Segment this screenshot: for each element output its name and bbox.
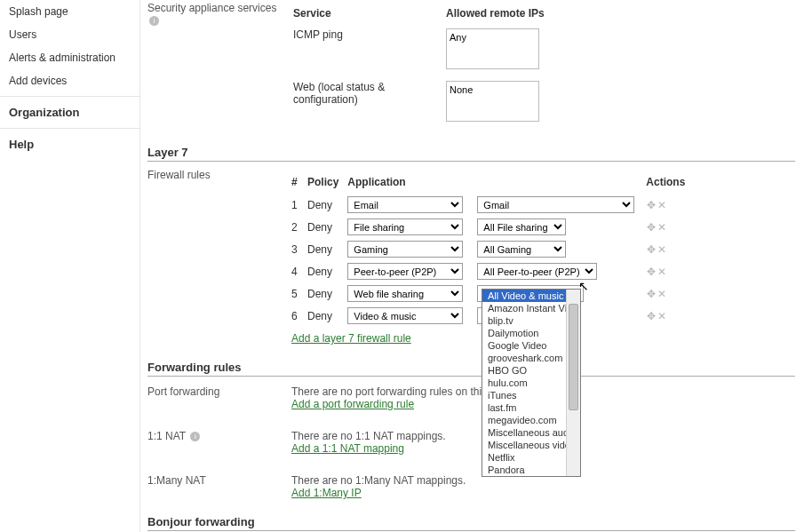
firewall-rules-label: Firewall rules (147, 169, 291, 181)
rule-policy: Deny (307, 218, 347, 236)
col-num: # (291, 172, 307, 192)
firewall-rule-row: 4DenyPeer-to-peer (P2P)All Peer-to-peer … (291, 262, 694, 281)
sidebar-section[interactable]: Help (0, 128, 139, 156)
nat1m-label: 1:Many NAT (147, 474, 291, 487)
application-select[interactable]: Email (347, 196, 463, 213)
add-nat1m-link[interactable]: Add 1:Many IP (291, 487, 362, 499)
col-app: Application (347, 172, 477, 192)
subapplication-select[interactable]: Gmail (477, 196, 634, 213)
delete-icon[interactable]: ✕ (657, 243, 667, 256)
service-row: Web (local status & configuration) (293, 77, 555, 128)
move-icon[interactable]: ✥ (646, 288, 657, 300)
move-icon[interactable]: ✥ (646, 243, 657, 256)
dropdown-option[interactable]: Dailymotion (482, 327, 566, 339)
col-actions: Actions (646, 172, 694, 192)
subapplication-select[interactable]: All Peer-to-peer (P2P) (477, 263, 597, 280)
service-row: ICMP ping (293, 25, 555, 75)
rule-number: 4 (291, 262, 307, 281)
delete-icon[interactable]: ✕ (657, 199, 667, 211)
rule-number: 1 (291, 195, 307, 214)
dropdown-option[interactable]: blip.tv (482, 314, 566, 327)
dropdown-option[interactable]: Miscellaneous audio (482, 426, 566, 439)
sidebar-item[interactable]: Add devices (0, 69, 139, 92)
rule-number: 3 (291, 240, 307, 258)
service-name: Web (local status & configuration) (293, 77, 444, 128)
sidebar-item[interactable]: Splash page (0, 0, 139, 23)
dropdown-option[interactable]: Netflix (482, 451, 566, 464)
allowed-ips-input[interactable] (446, 81, 539, 122)
application-select[interactable]: File sharing (347, 218, 463, 235)
move-icon[interactable]: ✥ (646, 199, 657, 211)
dropdown-option[interactable]: megavideo.com (482, 414, 566, 426)
dropdown-option[interactable]: rdio.com (482, 476, 566, 477)
firewall-rule-row: 1DenyEmailGmail✥✕ (291, 195, 694, 214)
move-icon[interactable]: ✥ (646, 266, 657, 278)
sec-services-label: Security appliance services (147, 2, 276, 14)
subapp-dropdown-open[interactable]: All Video & musicAmazon Instant Videobli… (482, 289, 581, 477)
rule-policy: Deny (307, 262, 347, 281)
rule-policy: Deny (307, 306, 347, 325)
delete-icon[interactable]: ✕ (657, 310, 667, 322)
dropdown-option[interactable]: last.fm (482, 401, 566, 414)
sidebar-item[interactable]: Users (0, 23, 139, 46)
col-service: Service (293, 4, 444, 23)
dropdown-option[interactable]: Google Video (482, 339, 566, 352)
firewall-rule-row: 2DenyFile sharingAll File sharing✥✕ (291, 218, 694, 236)
col-allowed-ips: Allowed remote IPs (446, 4, 555, 23)
firewall-rule-row: 3DenyGamingAll Gaming✥✕ (291, 240, 694, 258)
delete-icon[interactable]: ✕ (657, 221, 667, 234)
dropdown-option[interactable]: HBO GO (482, 364, 566, 377)
info-icon[interactable]: i (190, 432, 200, 441)
col-policy: Policy (307, 172, 347, 192)
application-select[interactable]: Web file sharing (347, 285, 463, 302)
sidebar-section[interactable]: Organization (0, 96, 139, 124)
section-bonjour: Bonjour forwarding (147, 512, 795, 531)
dropdown-option[interactable]: Amazon Instant Video (482, 302, 566, 314)
application-select[interactable]: Gaming (347, 241, 463, 258)
service-name: ICMP ping (293, 25, 444, 75)
rule-number: 6 (291, 306, 307, 325)
subapplication-select[interactable]: All Gaming (477, 241, 566, 258)
scrollbar[interactable] (566, 290, 580, 476)
dropdown-option[interactable]: hulu.com (482, 377, 566, 389)
add-port-fwd-link[interactable]: Add a port forwarding rule (291, 398, 414, 410)
services-table: Service Allowed remote IPs ICMP pingWeb … (291, 2, 557, 130)
nat11-label: 1:1 NAT (147, 430, 186, 442)
dropdown-option[interactable]: Miscellaneous video (482, 439, 566, 451)
rule-number: 2 (291, 218, 307, 236)
delete-icon[interactable]: ✕ (657, 288, 667, 300)
rule-number: 5 (291, 284, 307, 303)
rule-policy: Deny (307, 195, 347, 214)
application-select[interactable]: Peer-to-peer (P2P) (347, 263, 463, 280)
section-layer7: Layer 7 (147, 142, 795, 162)
info-icon[interactable]: i (149, 16, 159, 26)
main-content: Security appliance services i Service Al… (144, 0, 804, 532)
dropdown-option[interactable]: Pandora (482, 464, 566, 476)
rule-policy: Deny (307, 240, 347, 258)
dropdown-option[interactable]: grooveshark.com (482, 352, 566, 364)
sidebar: Splash pageUsersAlerts & administrationA… (0, 0, 140, 532)
sidebar-item[interactable]: Alerts & administration (0, 46, 139, 69)
dropdown-option[interactable]: All Video & music (482, 290, 566, 302)
subapplication-select[interactable]: All File sharing (477, 218, 566, 235)
move-icon[interactable]: ✥ (646, 221, 657, 234)
delete-icon[interactable]: ✕ (657, 266, 667, 278)
section-forwarding: Forwarding rules (147, 357, 795, 377)
dropdown-option[interactable]: iTunes (482, 389, 566, 401)
add-l7-rule-link[interactable]: Add a layer 7 firewall rule (291, 332, 411, 345)
application-select[interactable]: Video & music (347, 307, 463, 324)
add-nat11-link[interactable]: Add a 1:1 NAT mapping (291, 442, 404, 455)
col-sub (477, 172, 646, 192)
allowed-ips-input[interactable] (446, 28, 539, 69)
rule-policy: Deny (307, 284, 347, 303)
port-fwd-label: Port forwarding (147, 385, 291, 398)
move-icon[interactable]: ✥ (646, 310, 657, 322)
